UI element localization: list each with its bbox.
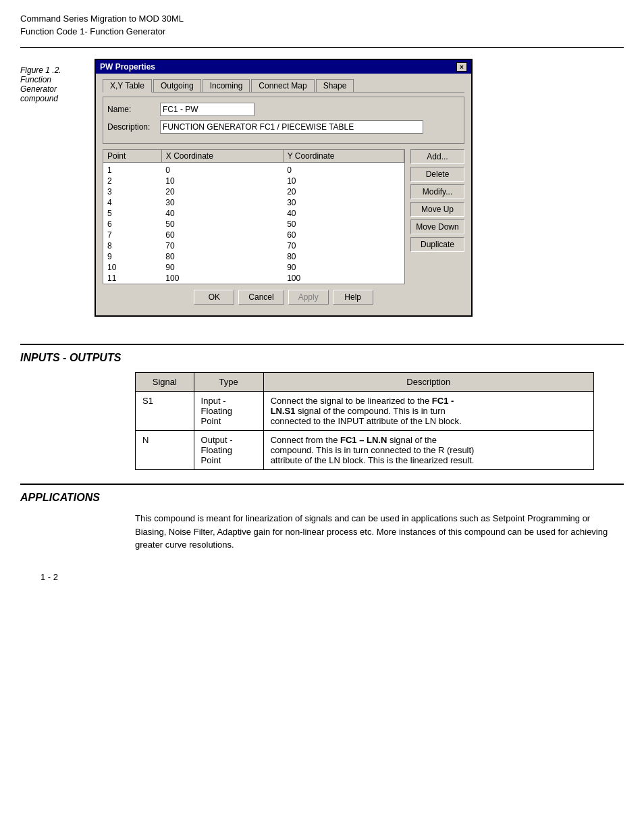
table-row[interactable]: 11100100 <box>103 273 404 284</box>
name-label: Name: <box>107 105 155 114</box>
io-signal-n: N <box>136 431 194 470</box>
dialog-footer: OK Cancel Apply Help <box>103 284 464 310</box>
cancel-button[interactable]: Cancel <box>238 290 284 305</box>
dialog-close-button[interactable]: × <box>456 62 467 72</box>
table-row[interactable]: 32020 <box>103 186 404 197</box>
col-point: Point <box>103 150 161 163</box>
applications-divider <box>20 484 624 485</box>
io-signal-s1: S1 <box>136 392 194 431</box>
doc-subtitle: Function Code 1- Function Generator <box>20 26 624 36</box>
table-row[interactable]: 109090 <box>103 262 404 273</box>
tab-incoming[interactable]: Incoming <box>203 79 250 92</box>
tab-xy-table[interactable]: X,Y Table <box>103 79 152 93</box>
figure-caption: Figure 1 .2. Function Generator compound <box>20 66 81 317</box>
help-button[interactable]: Help <box>333 290 373 305</box>
duplicate-button[interactable]: Duplicate <box>410 237 464 252</box>
name-input[interactable] <box>160 103 254 116</box>
tab-outgoing[interactable]: Outgoing <box>153 79 201 92</box>
dialog-body: X,Y Table Outgoing Incoming Connect Map … <box>96 74 471 315</box>
applications-section: APPLICATIONS This compound is meant for … <box>20 492 624 552</box>
description-label: Description: <box>107 122 155 132</box>
io-row-s1: S1 Input -FloatingPoint Connect the sign… <box>136 392 594 431</box>
table-row[interactable]: 43030 <box>103 197 404 208</box>
inputs-outputs-section: INPUTS - OUTPUTS Signal Type Description… <box>20 352 624 470</box>
name-field-row: Name: <box>107 103 460 116</box>
modify-button[interactable]: Modify... <box>410 184 464 199</box>
applications-text: This compound is meant for linearization… <box>135 512 624 552</box>
description-input[interactable] <box>160 120 423 134</box>
top-divider <box>20 47 624 48</box>
dialog-title: PW Properties <box>100 62 155 72</box>
io-col-signal: Signal <box>136 373 194 392</box>
io-row-n: N Output -FloatingPoint Connect from the… <box>136 431 594 470</box>
form-section: Name: Description: <box>103 97 464 144</box>
delete-button[interactable]: Delete <box>410 167 464 182</box>
col-x-coordinate: X Coordinate <box>161 150 283 163</box>
dialog-titlebar: PW Properties × <box>96 60 471 74</box>
table-row[interactable]: 87070 <box>103 240 404 251</box>
description-field-row: Description: <box>107 120 460 134</box>
table-row[interactable]: 65050 <box>103 219 404 230</box>
add-button[interactable]: Add... <box>410 149 464 164</box>
io-col-description: Description <box>263 373 593 392</box>
io-desc-s1: Connect the signal to be linearized to t… <box>263 392 593 431</box>
io-table: Signal Type Description S1 Input -Floati… <box>135 372 594 470</box>
io-table-wrapper: Signal Type Description S1 Input -Floati… <box>135 372 624 470</box>
io-col-type: Type <box>194 373 263 392</box>
table-row[interactable]: 98080 <box>103 251 404 262</box>
pw-properties-dialog: PW Properties × X,Y Table Outgoing Incom… <box>95 59 473 317</box>
io-type-s1: Input -FloatingPoint <box>194 392 263 431</box>
tab-connect-map[interactable]: Connect Map <box>251 79 314 92</box>
apply-button[interactable]: Apply <box>288 290 329 305</box>
col-y-coordinate: Y Coordinate <box>283 150 404 163</box>
doc-header: Command Series Migration to MOD 30ML Fun… <box>20 14 624 36</box>
page-number: 1 - 2 <box>41 572 644 582</box>
data-table: Point X Coordinate Y Coordinate 10021010… <box>103 150 404 284</box>
ok-button[interactable]: OK <box>194 290 234 305</box>
table-row[interactable]: 76060 <box>103 230 404 240</box>
side-buttons: Add... Delete Modify... Move Up Move Dow… <box>410 149 464 284</box>
inputs-outputs-divider <box>20 344 624 345</box>
applications-heading: APPLICATIONS <box>20 492 624 504</box>
io-desc-n: Connect from the FC1 – LN.N signal of th… <box>263 431 593 470</box>
data-table-wrapper: Point X Coordinate Y Coordinate 10021010… <box>103 149 405 284</box>
tab-bar: X,Y Table Outgoing Incoming Connect Map … <box>103 79 464 93</box>
table-row[interactable]: 100 <box>103 163 404 176</box>
io-type-n: Output -FloatingPoint <box>194 431 263 470</box>
tab-shape[interactable]: Shape <box>316 79 354 92</box>
move-down-button[interactable]: Move Down <box>410 219 464 234</box>
doc-title: Command Series Migration to MOD 30ML <box>20 14 624 24</box>
table-area: Point X Coordinate Y Coordinate 10021010… <box>103 149 464 284</box>
table-row[interactable]: 54040 <box>103 208 404 219</box>
move-up-button[interactable]: Move Up <box>410 202 464 217</box>
figure-section: Figure 1 .2. Function Generator compound… <box>20 59 624 317</box>
table-row[interactable]: 21010 <box>103 176 404 186</box>
inputs-outputs-heading: INPUTS - OUTPUTS <box>20 352 624 364</box>
